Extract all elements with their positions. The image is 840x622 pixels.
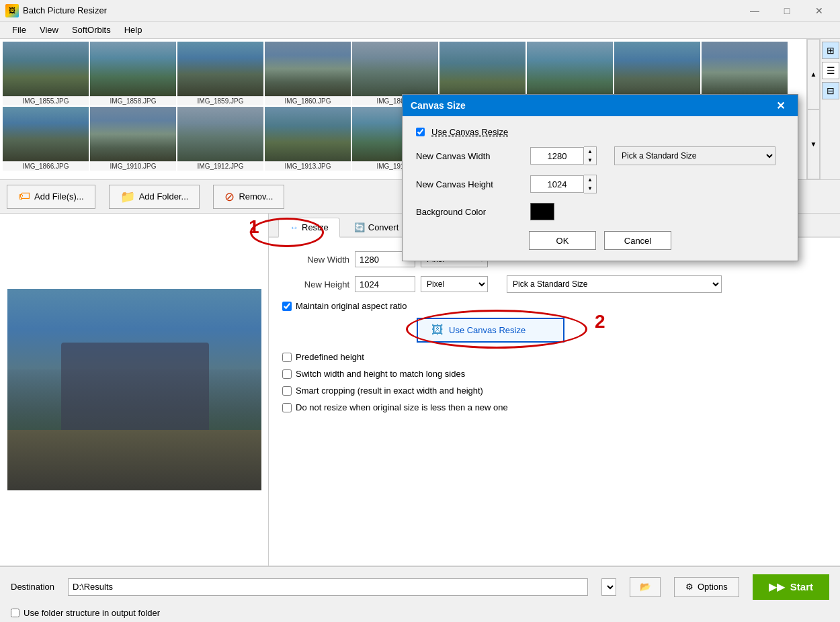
maximize-button[interactable]: □ xyxy=(771,0,802,21)
remove-button[interactable]: ⊘ Remov... xyxy=(213,185,284,209)
canvas-size-dialog: Canvas Size ✕ Use Canvas Resize New Canv… xyxy=(402,94,798,261)
folder-structure-label: Use folder structure in output folder xyxy=(24,608,160,618)
dialog-use-canvas-row: Use Canvas Resize xyxy=(416,127,784,137)
menu-view[interactable]: View xyxy=(33,23,65,37)
browse-destination-button[interactable]: 📂 xyxy=(630,577,661,597)
list-view-button[interactable]: ☰ xyxy=(822,62,839,79)
remove-icon: ⊘ xyxy=(224,189,235,204)
dialog-height-up[interactable]: ▲ xyxy=(584,175,596,184)
dialog-width-spinner: ▲ ▼ xyxy=(584,146,597,165)
dialog-width-row: New Canvas Width ▲ ▼ Pick a Standard Siz… xyxy=(416,146,784,165)
right-panel: 1 ↔ Resize 🔄 Convert ↻ Rotate ✨ Effe xyxy=(269,214,840,566)
scroll-up-button[interactable]: ▲ xyxy=(807,39,820,109)
dialog-buttons: OK Cancel xyxy=(416,231,784,250)
folder-structure-checkbox[interactable] xyxy=(11,609,19,617)
scroll-down-button[interactable]: ▼ xyxy=(807,109,820,180)
switch-dimensions-row: Switch width and height to match long si… xyxy=(282,369,827,379)
add-files-button[interactable]: 🏷 Add File(s)... xyxy=(7,185,95,209)
add-folder-icon: 📁 xyxy=(120,189,135,204)
app-icon: 🖼 xyxy=(5,4,19,17)
dialog-height-input[interactable] xyxy=(530,175,584,193)
dialog-ok-button[interactable]: OK xyxy=(529,231,596,250)
height-row: New Height Pixel Pick a Standard Size xyxy=(282,275,827,293)
predefined-height-row: Predefined height xyxy=(282,352,827,362)
list-item[interactable]: IMG_1860.JPG xyxy=(265,42,351,105)
add-folder-button[interactable]: 📁 Add Folder... xyxy=(109,185,200,209)
close-button[interactable]: ✕ xyxy=(804,0,835,21)
background-color-swatch[interactable] xyxy=(530,203,554,220)
do-not-resize-checkbox[interactable] xyxy=(282,403,292,412)
switch-dimensions-checkbox[interactable] xyxy=(282,369,292,379)
statusbar: Destination 📂 ⚙ Options ▶▶ Start xyxy=(0,566,840,607)
switch-dimensions-label: Switch width and height to match long si… xyxy=(296,369,465,379)
destination-dropdown[interactable] xyxy=(601,578,616,596)
dialog-height-input-group: ▲ ▼ xyxy=(530,175,597,193)
convert-icon: 🔄 xyxy=(354,222,365,232)
dialog-close-button[interactable]: ✕ xyxy=(771,96,790,115)
maintain-aspect-checkbox[interactable] xyxy=(282,302,292,311)
list-item[interactable]: IMG_1858.JPG xyxy=(90,42,176,105)
menubar: File View SoftOrbits Help xyxy=(0,21,840,39)
destination-label: Destination xyxy=(11,582,54,592)
canvas-resize-icon: 🖼 xyxy=(431,323,444,337)
standard-size-select[interactable]: Pick a Standard Size xyxy=(507,275,722,293)
list-item[interactable]: IMG_1855.JPG xyxy=(3,42,89,105)
minimize-button[interactable]: — xyxy=(739,0,770,21)
add-folder-label: Add Folder... xyxy=(139,191,189,202)
new-height-label: New Height xyxy=(282,279,349,290)
dialog-width-input-group: ▲ ▼ xyxy=(530,146,597,165)
menu-file[interactable]: File xyxy=(5,23,33,37)
remove-label: Remov... xyxy=(239,191,273,202)
preview-image xyxy=(7,289,261,490)
start-button[interactable]: ▶▶ Start xyxy=(753,574,829,600)
height-unit-select[interactable]: Pixel xyxy=(421,276,488,292)
dialog-titlebar: Canvas Size ✕ xyxy=(403,95,798,116)
dialog-standard-size-select[interactable]: Pick a Standard Size xyxy=(614,146,775,165)
destination-input[interactable] xyxy=(68,578,588,596)
options-button[interactable]: ⚙ Options xyxy=(674,577,739,597)
dialog-content: Use Canvas Resize New Canvas Width ▲ ▼ P… xyxy=(403,116,798,261)
start-label: Start xyxy=(790,581,813,592)
dialog-height-label: New Canvas Height xyxy=(416,179,523,189)
gear-icon: ⚙ xyxy=(685,582,694,592)
dialog-width-up[interactable]: ▲ xyxy=(584,147,596,156)
thumbnail-view-button[interactable]: ⊞ xyxy=(822,42,839,59)
folder-icon: 📂 xyxy=(640,582,651,592)
menu-softorbits[interactable]: SoftOrbits xyxy=(65,23,118,37)
dialog-width-down[interactable]: ▼ xyxy=(584,156,596,165)
dialog-use-canvas-label: Use Canvas Resize xyxy=(431,127,508,137)
use-canvas-resize-button[interactable]: 🖼 Use Canvas Resize xyxy=(417,318,564,343)
new-width-label: New Width xyxy=(282,255,349,265)
maintain-aspect-label: Maintain original aspect ratio xyxy=(296,301,407,311)
tab-resize-label: Resize xyxy=(302,222,329,232)
add-files-label: Add File(s)... xyxy=(34,191,84,202)
dialog-width-label: New Canvas Width xyxy=(416,151,523,161)
titlebar: 🖼 Batch Picture Resizer — □ ✕ xyxy=(0,0,840,21)
smart-cropping-row: Smart cropping (result in exact width an… xyxy=(282,386,827,396)
do-not-resize-row: Do not resize when original size is less… xyxy=(282,402,827,412)
list-item[interactable]: IMG_1859.JPG xyxy=(177,42,263,105)
list-item[interactable]: IMG_1913.JPG xyxy=(265,107,351,171)
menu-help[interactable]: Help xyxy=(118,23,149,37)
predefined-height-checkbox[interactable] xyxy=(282,353,292,362)
dialog-width-input[interactable] xyxy=(530,147,584,165)
window-controls: — □ ✕ xyxy=(739,0,835,21)
dialog-bgcolor-row: Background Color xyxy=(416,203,784,220)
smart-cropping-checkbox[interactable] xyxy=(282,386,292,396)
dialog-use-canvas-checkbox[interactable] xyxy=(416,128,425,136)
resize-icon: ↔ xyxy=(290,222,298,232)
tab-convert[interactable]: 🔄 Convert xyxy=(343,218,411,236)
dialog-height-down[interactable]: ▼ xyxy=(584,184,596,193)
scroll-controls: ▲ ▼ xyxy=(806,39,820,179)
tab-resize[interactable]: ↔ Resize xyxy=(278,218,340,238)
smart-cropping-label: Smart cropping (result in exact width an… xyxy=(296,386,483,396)
dialog-cancel-button[interactable]: Cancel xyxy=(604,231,671,250)
add-files-icon: 🏷 xyxy=(18,189,30,204)
new-height-input[interactable] xyxy=(355,276,415,292)
list-item[interactable]: IMG_1912.JPG xyxy=(177,107,263,171)
list-item[interactable]: IMG_1866.JPG xyxy=(3,107,89,171)
predefined-height-label: Predefined height xyxy=(296,352,364,362)
canvas-resize-label: Use Canvas Resize xyxy=(449,325,526,335)
grid-view-button[interactable]: ⊟ xyxy=(822,82,839,99)
list-item[interactable]: IMG_1910.JPG xyxy=(90,107,176,171)
